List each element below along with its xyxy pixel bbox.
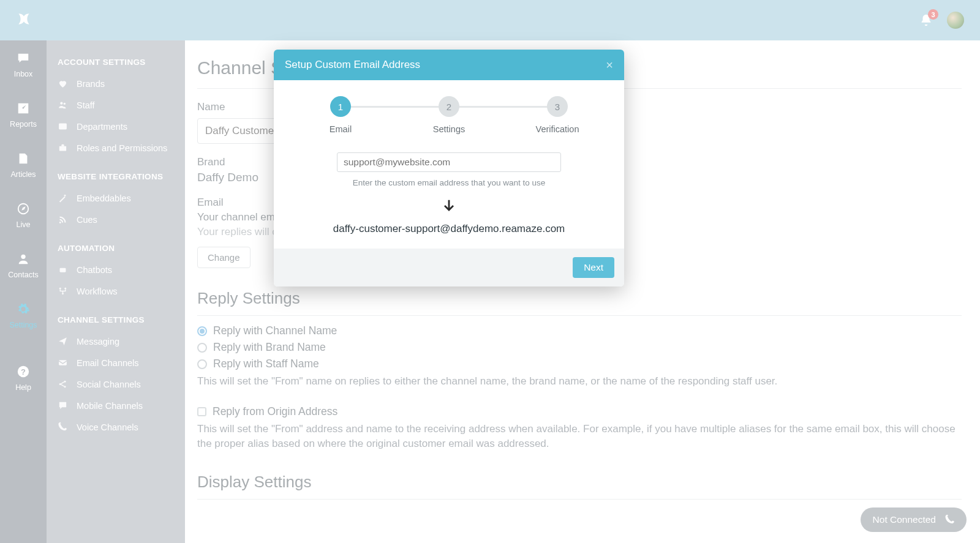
sidebar-group-title: WEBSITE INTEGRATIONS — [47, 167, 185, 187]
rail-item-inbox[interactable]: Inbox — [0, 40, 47, 91]
flow-icon — [58, 286, 68, 296]
rail-label: Contacts — [8, 271, 38, 279]
connection-status-label: Not Connected — [873, 514, 936, 525]
avatar[interactable] — [947, 12, 964, 29]
help-icon: ? — [16, 365, 31, 378]
briefcase-icon — [58, 143, 68, 153]
sidebar-item-social-channels[interactable]: Social Channels — [47, 373, 185, 395]
sidebar-label: Workflows — [77, 286, 118, 296]
modal-footer: Next — [274, 249, 624, 286]
svg-rect-7 — [59, 146, 66, 151]
rss-icon — [58, 214, 68, 225]
sidebar-item-staff[interactable]: Staff — [47, 94, 185, 116]
next-button[interactable]: Next — [573, 257, 614, 278]
sidebar-item-voice-channels[interactable]: Voice Channels — [47, 416, 185, 438]
sidebar-item-cues[interactable]: Cues — [47, 209, 185, 230]
notifications-button[interactable]: 3 — [919, 13, 933, 28]
step-email[interactable]: 1 Email — [313, 96, 368, 134]
wand-icon — [58, 193, 68, 203]
svg-text:?: ? — [21, 367, 26, 376]
nav-rail: Inbox Reports Articles Live Contacts Set… — [0, 40, 47, 543]
sidebar-label: Embeddables — [77, 193, 131, 203]
step-verification[interactable]: 3 Verification — [530, 96, 585, 134]
change-button[interactable]: Change — [197, 247, 251, 268]
step-number: 2 — [439, 96, 459, 117]
reply-option-staff[interactable]: Reply with Staff Name — [197, 358, 962, 370]
sidebar-item-email-channels[interactable]: Email Channels — [47, 352, 185, 373]
svg-point-10 — [64, 269, 65, 271]
sidebar-label: Voice Channels — [77, 422, 138, 432]
step-number: 3 — [547, 96, 568, 117]
sidebar-group-title: ACCOUNT SETTINGS — [47, 53, 185, 73]
step-label: Email — [330, 124, 352, 134]
step-settings[interactable]: 2 Settings — [421, 96, 477, 134]
radio-icon — [197, 343, 207, 353]
rail-label: Live — [17, 220, 31, 229]
radio-label: Reply with Channel Name — [213, 324, 337, 337]
sidebar-item-embeddables[interactable]: Embeddables — [47, 187, 185, 209]
sidebar-item-chatbots[interactable]: Chatbots — [47, 259, 185, 280]
rail-label: Help — [15, 383, 31, 392]
rail-item-articles[interactable]: Articles — [0, 141, 47, 191]
rail-item-settings[interactable]: Settings — [0, 291, 47, 342]
top-bar: 3 — [0, 0, 980, 40]
connection-status-pill[interactable]: Not Connected — [861, 507, 967, 532]
rail-item-reports[interactable]: Reports — [0, 91, 47, 141]
reply-help-text: This will set the "From" name on replies… — [197, 374, 962, 389]
step-label: Verification — [536, 124, 579, 134]
rail-label: Reports — [10, 120, 37, 129]
svg-point-4 — [60, 102, 62, 105]
radio-label: Reply with Brand Name — [213, 341, 326, 354]
close-icon[interactable]: × — [606, 59, 613, 71]
message-icon — [58, 400, 68, 411]
display-settings-heading: Display Settings — [197, 473, 962, 500]
modal-stepper: 1 Email 2 Settings 3 Verification — [287, 96, 611, 134]
settings-sidebar: ACCOUNT SETTINGS Brands Staff Department… — [47, 40, 185, 543]
sidebar-item-departments[interactable]: Departments — [47, 116, 185, 137]
reply-settings-heading: Reply Settings — [197, 289, 962, 316]
svg-point-16 — [64, 381, 66, 383]
svg-point-1 — [21, 255, 25, 259]
svg-point-12 — [64, 288, 66, 290]
sidebar-item-messaging[interactable]: Messaging — [47, 331, 185, 352]
rail-label: Inbox — [14, 70, 33, 78]
reply-option-brand[interactable]: Reply with Brand Name — [197, 341, 962, 354]
sidebar-item-workflows[interactable]: Workflows — [47, 280, 185, 302]
book-icon — [16, 152, 31, 165]
sidebar-item-mobile-channels[interactable]: Mobile Channels — [47, 395, 185, 416]
rail-item-live[interactable]: Live — [0, 191, 47, 241]
radio-icon — [197, 326, 207, 336]
sidebar-label: Social Channels — [77, 380, 141, 389]
rail-item-contacts[interactable]: Contacts — [0, 241, 47, 291]
checkbox-label: Reply from Origin Address — [213, 405, 337, 418]
custom-email-input[interactable] — [337, 152, 561, 172]
reply-option-channel[interactable]: Reply with Channel Name — [197, 324, 962, 337]
rail-item-help[interactable]: ? Help — [0, 354, 47, 404]
reply-origin-checkbox[interactable]: Reply from Origin Address — [197, 405, 962, 418]
app-logo-icon — [16, 11, 32, 29]
svg-rect-14 — [59, 360, 67, 365]
radio-label: Reply with Staff Name — [213, 358, 319, 370]
sidebar-item-brands[interactable]: Brands — [47, 73, 185, 94]
chart-icon — [16, 102, 31, 115]
sidebar-item-roles[interactable]: Roles and Permissions — [47, 137, 185, 159]
svg-rect-6 — [59, 124, 67, 130]
sidebar-label: Messaging — [77, 337, 119, 346]
radio-icon — [197, 359, 207, 369]
sidebar-group-title: AUTOMATION — [47, 239, 185, 259]
svg-point-17 — [64, 386, 66, 388]
sidebar-label: Chatbots — [77, 265, 112, 275]
sidebar-label: Cues — [77, 215, 97, 225]
gear-icon — [16, 302, 31, 316]
svg-point-5 — [64, 103, 66, 105]
modal-header: Setup Custom Email Address × — [274, 50, 624, 80]
svg-point-9 — [61, 269, 62, 271]
svg-point-11 — [59, 288, 61, 290]
heart-icon — [58, 78, 68, 89]
checkbox-icon — [197, 407, 206, 416]
sidebar-label: Brands — [77, 79, 105, 89]
svg-rect-8 — [60, 268, 66, 272]
modal-title: Setup Custom Email Address — [285, 59, 420, 71]
compass-icon — [16, 202, 31, 215]
person-icon — [16, 252, 31, 266]
